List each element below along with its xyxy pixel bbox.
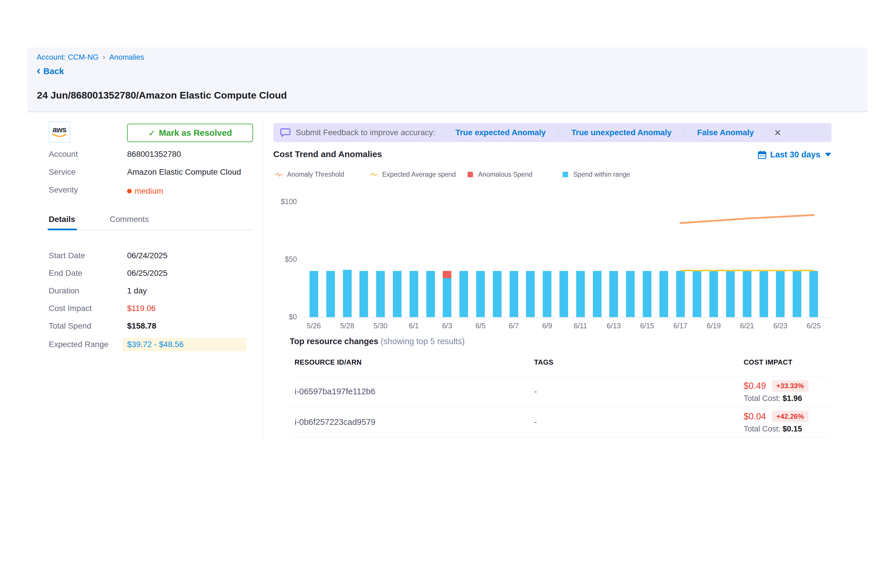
anomaly-threshold-line-icon (274, 172, 283, 177)
feedback-true-unexpected-button[interactable]: True unexpected Anomaly (571, 128, 672, 137)
feedback-banner: Submit Feedback to improve accuracy: Tru… (273, 123, 831, 142)
back-button[interactable]: ‹ Back (37, 66, 858, 76)
y-axis-tick: $100 (271, 198, 297, 206)
panel-divider (263, 121, 263, 438)
breadcrumb-account-link[interactable]: Account: CCM-NG (37, 53, 99, 62)
active-tab-indicator (48, 229, 77, 230)
chart-baseline (302, 317, 831, 318)
date-range-label: Last 30 days (770, 150, 820, 159)
resource-tags: - (534, 387, 744, 396)
check-icon: ✓ (148, 128, 155, 138)
severity-text: medium (135, 186, 164, 196)
anomaly-detail-page: Account: CCM-NG › Anomalies ‹ Back 24 Ju… (0, 0, 882, 588)
anomalous-spend-swatch-icon (466, 171, 474, 178)
end-date-label: End Date (49, 268, 127, 280)
x-axis-tick: 6/11 (574, 322, 587, 330)
x-axis-tick: 6/13 (607, 322, 621, 330)
x-axis-tick: 6/21 (740, 322, 754, 330)
mark-as-resolved-button[interactable]: ✓ Mark as Resolved (127, 124, 253, 142)
table-row[interactable]: i-0b6f257223cad9579 - $0.04 +42.26% Tota… (290, 407, 831, 438)
chart-x-axis: 5/265/285/306/16/36/56/76/96/116/136/156… (306, 322, 822, 333)
legend-label: Anomalous Spend (478, 171, 532, 178)
speech-bubble-icon (280, 128, 291, 138)
expected-range-value: $39.72 - $48.56 (123, 338, 246, 351)
resource-tags: - (534, 417, 744, 427)
resolve-button-label: Mark as Resolved (159, 128, 232, 138)
x-axis-tick: 6/1 (409, 322, 419, 330)
resource-id[interactable]: i-06597ba197fe112b6 (295, 387, 534, 396)
table-row[interactable]: i-06597ba197fe112b6 - $0.49 +33.33% Tota… (290, 376, 831, 407)
duration-label: Duration (49, 286, 127, 298)
top-resource-changes-section: Top resource changes (showing top 5 resu… (290, 337, 831, 438)
severity-value: medium (127, 185, 164, 197)
severity-dot-icon (127, 189, 132, 194)
date-range-select[interactable]: Last 30 days (758, 150, 831, 159)
feedback-separator (558, 128, 559, 138)
x-axis-tick: 6/3 (442, 322, 452, 330)
x-axis-tick: 6/7 (509, 322, 519, 330)
back-label: Back (43, 66, 64, 76)
spend-within-range-swatch-icon (561, 171, 569, 178)
aws-provider-logo: aws (49, 122, 70, 142)
anomaly-summary-panel: aws ✓ Mark as Resolved Account 868001352… (27, 112, 263, 441)
start-date-label: Start Date (49, 251, 127, 262)
total-cost-value: $1.96 (783, 394, 802, 403)
cost-impact-cell: $0.49 +33.33% Total Cost: $1.96 (744, 380, 836, 403)
page-title: 24 Jun/868001352780/Amazon Elastic Compu… (37, 90, 287, 101)
account-label: Account (49, 150, 127, 161)
feedback-prompt: Submit Feedback to improve accuracy: (296, 128, 435, 137)
total-cost-label: Total Cost: (744, 424, 780, 433)
col-cost-impact: COST IMPACT (744, 358, 836, 366)
severity-label: Severity (49, 185, 127, 197)
cost-impact-cell: $0.04 +42.26% Total Cost: $0.15 (744, 411, 836, 434)
y-axis-tick: $0 (271, 313, 297, 321)
impact-amount: $0.04 (744, 411, 766, 422)
feedback-true-expected-button[interactable]: True expected Anomaly (455, 128, 546, 137)
resource-id[interactable]: i-0b6f257223cad9579 (295, 417, 534, 427)
resource-table-header: RESOURCE ID/ARN TAGS COST IMPACT (290, 358, 831, 376)
breadcrumb-separator-icon: › (103, 53, 105, 62)
chart-title: Cost Trend and Anomalies (273, 149, 382, 159)
impact-percent-badge: +33.33% (772, 380, 808, 392)
resource-table-title: Top resource changes (290, 337, 378, 346)
x-axis-tick: 6/15 (640, 322, 654, 330)
x-axis-tick: 6/17 (674, 322, 687, 330)
cost-impact-label: Cost Impact (49, 304, 127, 315)
impact-percent-badge: +42.26% (772, 411, 808, 422)
breadcrumb-anomalies-link[interactable]: Anomalies (109, 53, 144, 62)
x-axis-tick: 6/25 (807, 322, 821, 330)
start-date-value: 06/24/2025 (127, 251, 168, 262)
x-axis-tick: 6/5 (476, 322, 486, 330)
anomaly-threshold-line (681, 215, 814, 223)
account-value: 868001352780 (127, 150, 181, 161)
resource-table-subtitle: (showing top 5 results) (381, 337, 465, 346)
total-cost-label: Total Cost: (744, 394, 780, 403)
total-spend-label: Total Spend (49, 321, 127, 333)
x-axis-tick: 5/28 (340, 322, 354, 330)
chevron-left-icon: ‹ (37, 66, 40, 75)
feedback-false-anomaly-button[interactable]: False Anomaly (697, 128, 754, 137)
x-axis-tick: 6/19 (707, 322, 721, 330)
legend-label: Anomaly Threshold (287, 171, 344, 178)
tab-divider (49, 230, 254, 230)
y-axis-tick: $50 (271, 255, 297, 264)
col-tags: TAGS (534, 358, 744, 366)
chart-legend: Anomaly Threshold Expected Average spend… (274, 171, 630, 178)
col-resource-id: RESOURCE ID/ARN (295, 358, 534, 366)
impact-amount: $0.49 (744, 381, 766, 391)
detail-tabs: Details Comments (49, 215, 149, 224)
x-axis-tick: 5/30 (374, 322, 388, 330)
aws-smile-icon (52, 133, 67, 138)
chart-line-overlay (306, 196, 822, 317)
breadcrumb: Account: CCM-NG › Anomalies (37, 53, 858, 62)
expected-range-label: Expected Range (49, 340, 127, 351)
feedback-close-icon[interactable]: ✕ (774, 128, 781, 138)
tab-details[interactable]: Details (49, 215, 75, 224)
tab-comments[interactable]: Comments (110, 215, 149, 224)
legend-label: Expected Average spend (382, 171, 456, 178)
end-date-value: 06/25/2025 (127, 268, 168, 280)
duration-value: 1 day (127, 286, 147, 298)
service-label: Service (49, 168, 127, 179)
aws-logo-text: aws (52, 126, 66, 133)
header-title-band: 24 Jun/868001352780/Amazon Elastic Compu… (27, 79, 868, 112)
